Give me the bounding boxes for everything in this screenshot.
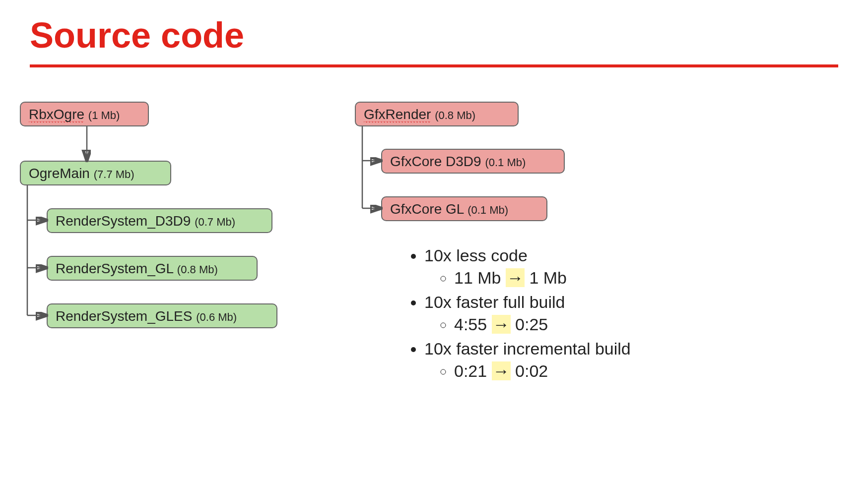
title-divider — [30, 64, 838, 67]
node-rs-gles: RenderSystem_GLES (0.6 Mb) — [47, 303, 277, 328]
node-rs-d3d9: RenderSystem_D3D9 (0.7 Mb) — [47, 208, 272, 233]
node-rbxogre-name: RbxOgre — [29, 107, 84, 123]
bullet-fullbuild-text: 10x faster full build — [424, 293, 565, 311]
node-rs-d3d9-size: (0.7 Mb) — [195, 216, 235, 228]
node-rs-gles-size: (0.6 Mb) — [196, 311, 237, 323]
bullet-incbuild: 10x faster incremental build 0:21 → 0:02 — [424, 339, 631, 381]
slide-title: Source code — [30, 15, 838, 56]
node-rs-gl-size: (0.8 Mb) — [177, 263, 218, 276]
node-gfx-d3d9-size: (0.1 Mb) — [485, 156, 526, 169]
node-gfx-gl: GfxCore GL (0.1 Mb) — [381, 196, 547, 221]
node-gfx-d3d9: GfxCore D3D9 (0.1 Mb) — [381, 149, 565, 174]
node-gfx-gl-name: GfxCore GL — [390, 201, 464, 217]
slide: Source code RbxOgre (1 Mb) OgreMain (7.7… — [0, 0, 868, 478]
node-gfxrender: GfxRender (0.8 Mb) — [355, 102, 519, 126]
node-rbxogre-size: (1 Mb) — [88, 109, 120, 121]
bullet-fullbuild-sub: 4:55 → 0:25 — [454, 315, 631, 334]
bullet-fullbuild: 10x faster full build 4:55 → 0:25 — [424, 293, 631, 334]
bullet-incbuild-text: 10x faster incremental build — [424, 339, 631, 358]
bullet-code-text: 10x less code — [424, 246, 528, 265]
node-rs-gl: RenderSystem_GL (0.8 Mb) — [47, 256, 258, 281]
bullet-code: 10x less code 11 Mb → 1 Mb — [424, 246, 631, 288]
node-rbxogre: RbxOgre (1 Mb) — [20, 102, 149, 126]
node-rs-gl-name: RenderSystem_GL — [56, 261, 173, 276]
improvement-bullets: 10x less code 11 Mb → 1 Mb 10x faster fu… — [402, 243, 631, 386]
node-rs-gles-name: RenderSystem_GLES — [56, 308, 192, 324]
node-ogremain-name: OgreMain — [29, 166, 90, 181]
node-ogremain: OgreMain (7.7 Mb) — [20, 161, 171, 185]
node-gfx-gl-size: (0.1 Mb) — [467, 204, 508, 216]
node-gfx-d3d9-name: GfxCore D3D9 — [390, 154, 481, 169]
node-ogremain-size: (7.7 Mb) — [94, 168, 134, 180]
node-gfxrender-size: (0.8 Mb) — [435, 109, 475, 121]
bullet-code-sub: 11 Mb → 1 Mb — [454, 268, 631, 288]
connector-arrows — [0, 0, 868, 478]
bullet-incbuild-sub: 0:21 → 0:02 — [454, 361, 631, 381]
node-rs-d3d9-name: RenderSystem_D3D9 — [56, 213, 191, 229]
node-gfxrender-name: GfxRender — [364, 107, 431, 123]
